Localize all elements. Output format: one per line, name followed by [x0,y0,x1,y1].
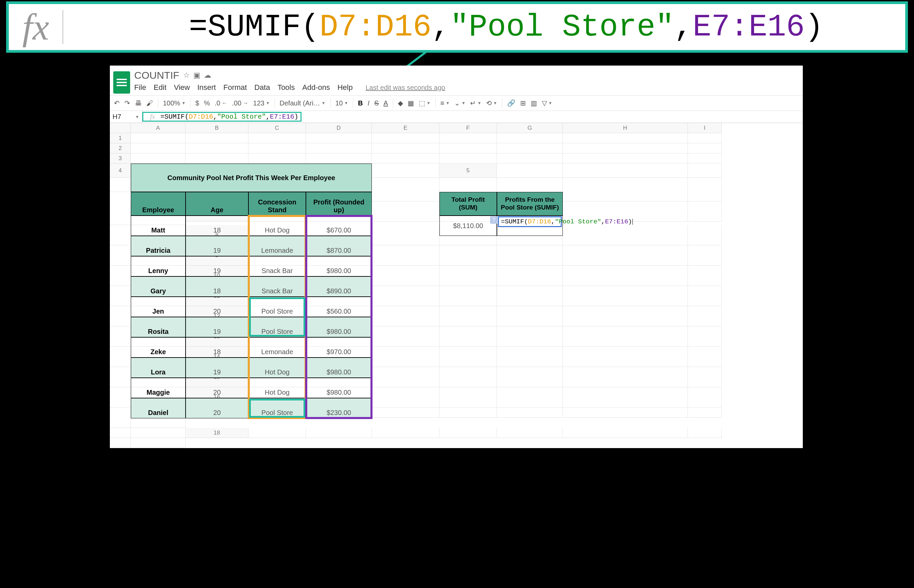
age-11: 20 [186,297,248,317]
fill-color-button[interactable]: ◆ [398,99,403,107]
fx-c2: , [266,113,270,121]
text-color-button[interactable]: A [383,99,388,107]
rotate-button[interactable]: ⟲ ▼ [486,99,497,107]
stand-9: Snack Bar [248,256,306,276]
paint-format-button[interactable]: 🖌 [146,99,153,107]
formula-callout: fx =SUMIF(D7:D16,"Pool Store",E7:E16) [6,2,908,53]
profit-14: $980.00 [306,357,372,378]
fx-open: ( [184,113,189,121]
size-label: 10 [335,99,343,107]
sheets-logo-icon[interactable] [113,71,130,94]
chart-button[interactable]: ▥ [531,99,537,107]
last-edit-info[interactable]: Last edit was seconds ago [366,84,445,92]
stand-14: Hot Dog [248,357,306,378]
age-15: 20 [186,378,248,398]
menu-format[interactable]: Format [223,83,247,92]
menu-tools[interactable]: Tools [278,83,295,92]
merge-button[interactable]: ⬚ ▼ [419,99,430,107]
name-box[interactable]: H7 ▼ [110,111,142,123]
filter-button[interactable]: ▽ ▼ [542,99,552,107]
profit-16: $230.00 [306,398,372,418]
link-button[interactable]: 🔗 [507,99,516,107]
borders-button[interactable]: ▦ [408,99,414,107]
fx-label-icon: fx [145,113,160,121]
toolbar: ↶ ↷ 🖶 🖌 100% ▼ $ % .0← .00→ 123 ▼ Defaul… [110,95,803,111]
bold-button[interactable]: B [358,99,363,107]
formula-highlight: fx =SUMIF(D7:D16,"Pool Store",E7:E16) [142,112,301,122]
star-icon[interactable]: ☆ [183,71,190,80]
currency-button[interactable]: $ [196,99,199,107]
hdr-age: Age [186,192,248,216]
active-cell-H7[interactable]: =SUMIF(D7:D16,"Pool Store",E7:E16) [498,216,562,227]
hdr-stand: Concession Stand [248,192,306,216]
cloud-icon[interactable]: ☁ [204,71,211,80]
menu-view[interactable]: View [174,83,189,92]
profit-12: $980.00 [306,317,372,337]
print-button[interactable]: 🖶 [135,99,142,107]
age-13: 18 [186,337,248,357]
emp-7: Matt [131,216,186,236]
profit-13: $970.00 [306,337,372,357]
move-icon[interactable]: ▣ [193,71,201,80]
emp-9: Lenny [131,256,186,276]
italic-button[interactable]: I [368,99,370,107]
age-16: 20 [186,398,248,418]
divider [63,10,63,44]
age-9: 19 [186,256,248,276]
zoom-select[interactable]: 100% ▼ [163,99,186,107]
menu-edit[interactable]: Edit [154,83,166,92]
formula-help-icon[interactable]: ? [490,216,498,224]
numfmt-label: 123 [253,99,264,107]
comment-button[interactable]: ⊞ [520,99,526,107]
age-10: 18 [186,276,248,297]
age-8: 19 [186,236,248,256]
formula-bar: H7 ▼ fx =SUMIF(D7:D16,"Pool Store",E7:E1… [110,111,803,123]
formula-open: ( [301,10,319,45]
halign-button[interactable]: ≡ ▼ [440,99,450,107]
stand-11: Pool Store [248,297,306,317]
dec-dec-label: .0 [215,99,220,107]
strike-button[interactable]: S [374,99,379,107]
inc-dec-label: .00 [232,99,241,107]
stand-16: Pool Store [248,398,306,418]
stand-10: Snack Bar [248,276,306,297]
stand-15: Hot Dog [248,378,306,398]
emp-13: Zeke [131,337,186,357]
menu-insert[interactable]: Insert [197,83,216,92]
age-7: 18 [186,216,248,236]
formula-comma2: , [674,10,692,45]
range-overlays: Community Pool Net Profit This Week Per … [110,123,803,588]
formula-input[interactable]: =SUMIF(D7:D16,"Pool Store",E7:E16) [160,113,300,121]
menu-file[interactable]: File [134,83,146,92]
number-format-select[interactable]: 123 ▼ [253,99,270,107]
fx-close: ) [294,113,298,121]
profit-8: $870.00 [306,236,372,256]
valign-button[interactable]: ⌄ ▼ [454,99,466,107]
age-12: 19 [186,317,248,337]
profit-15: $980.00 [306,378,372,398]
fx-str: "Pool Store" [217,113,266,121]
formula-eq: = [189,10,207,45]
inc-decimal-button[interactable]: .00→ [232,99,248,107]
menu-add-ons[interactable]: Add-ons [302,83,330,92]
age-14: 19 [186,357,248,378]
dec-decimal-button[interactable]: .0← [215,99,227,107]
undo-button[interactable]: ↶ [114,99,120,107]
profit-7: $670.00 [306,216,372,236]
fx-r1: D7:D16 [189,113,213,121]
profit-11: $560.00 [306,297,372,317]
font-label: Default (Ari… [280,99,320,107]
name-box-value: H7 [113,113,121,121]
menu-help[interactable]: Help [337,83,353,92]
wrap-button[interactable]: ↵ ▼ [470,99,481,107]
emp-8: Patricia [131,236,186,256]
redo-button[interactable]: ↷ [125,99,130,107]
stand-7: Hot Dog [248,216,306,236]
emp-15: Maggie [131,378,186,398]
formula-range1: D7:D16 [319,10,431,45]
doc-title[interactable]: COUNTIF [134,69,179,81]
font-size-select[interactable]: 10 ▼ [335,99,348,107]
font-select[interactable]: Default (Ari… ▼ [280,99,325,107]
menu-data[interactable]: Data [254,83,270,92]
percent-button[interactable]: % [204,99,210,107]
